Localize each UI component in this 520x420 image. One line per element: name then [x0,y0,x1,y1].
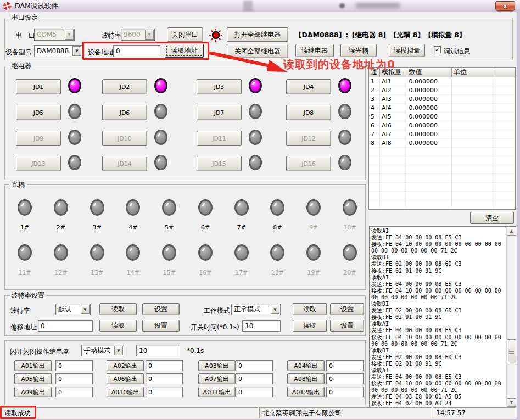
opto-led-20 [343,244,357,261]
relay-led-jd11 [249,130,262,145]
read-analog-button[interactable]: 读模拟量 [389,44,425,57]
output-button-a02[interactable]: A02输出 [107,360,144,371]
close-port-button[interactable]: 关闭串口 [167,27,203,42]
opto-group-label: 光耦 [9,180,27,189]
titlebar-artifact [243,1,253,12]
table-cell: 8 [369,139,380,148]
output-value-a011[interactable]: 0 [236,387,273,397]
analog-table[interactable]: 通 模拟量 数值 单位 1AI10.0000002AI20.0000003AI3… [368,67,516,210]
baud-read-button[interactable]: 读取 [99,303,137,315]
workmode-set-button[interactable]: 设置 [330,303,364,315]
output-value-a09[interactable]: 0 [55,387,93,397]
relay-button-jd5[interactable]: JD5 [16,105,61,120]
table-cell [494,174,515,183]
table-cell [494,77,515,86]
table-cell [452,139,494,148]
relay-button-jd7[interactable]: JD7 [197,105,242,120]
output-button-a06[interactable]: A06输出 [107,373,144,384]
table-row: 3AI30.000000 [369,95,515,104]
debug-info-checkbox[interactable]: ✓ [434,46,441,53]
table-cell [380,148,407,156]
output-button-a07[interactable]: A07输出 [198,373,236,384]
opto-cell: 7# [230,199,254,231]
opto-cell: 15# [157,244,181,276]
device-addr-input[interactable]: 0 [113,45,160,57]
baud-select[interactable]: 默认 ▼ [55,304,91,315]
output-button-a09[interactable]: A09输出 [14,387,52,397]
opto-label-15: 15# [163,269,175,276]
output-value-a012[interactable]: 0 [326,387,364,397]
offset-read-button[interactable]: 读取 [99,320,137,332]
table-row: 4AI40.000000 [369,104,515,113]
log-line: 接收:FE 02 01 00 91 9C [371,314,505,321]
read-opto-button[interactable]: 读光耦 [340,44,377,57]
table-cell [369,192,380,200]
relay-button-jd6[interactable]: JD6 [102,105,147,120]
switch-time-label: 开关时间(*0.1s) [191,323,239,332]
close-button[interactable]: x [495,1,515,11]
opto-label-1: 1# [20,224,29,231]
read-relay-button[interactable]: 读继电器 [295,44,334,57]
log-lines: 读取AI发送:FE 04 00 00 00 08 E5 C3接收:FE 04 1… [371,228,505,407]
comm-led-icon [209,29,222,42]
relay-button-jd3[interactable]: JD3 [197,79,242,94]
opto-led-10 [343,199,357,216]
output-button-a010[interactable]: A010输出 [107,387,144,397]
output-button-a05[interactable]: A05输出 [14,373,52,384]
offset-addr-input[interactable]: 0 [38,320,93,332]
output-button-a04[interactable]: A04输出 [287,360,325,371]
switch-time-input[interactable]: 10 [242,320,281,332]
opto-led-3 [90,199,104,216]
table-cell [452,95,494,104]
opto-cell: 20# [338,244,362,276]
scroll-up-icon[interactable]: ▲ [507,227,516,236]
switch-set-button[interactable]: 设置 [330,320,364,332]
output-value-a04[interactable]: 0 [326,360,364,371]
table-cell: 5 [369,113,380,121]
output-value-a03[interactable]: 0 [236,360,273,371]
log-box[interactable]: 读取AI发送:FE 04 00 00 00 08 E5 C3接收:FE 04 1… [369,226,516,407]
output-value-a02[interactable]: 0 [146,360,183,371]
output-value-a05[interactable]: 0 [55,373,93,384]
offset-set-button[interactable]: 设置 [142,320,180,332]
table-cell: 0.000000 [407,104,452,113]
relay-led-jd14 [154,155,167,170]
output-button-a08[interactable]: A08输出 [287,373,325,384]
relay-button-jd1[interactable]: JD1 [16,79,61,94]
relay-button-jd4[interactable]: JD4 [286,79,331,94]
read-addr-button[interactable]: 读取地址 [165,44,204,58]
baud-set-button[interactable]: 设置 [142,303,180,315]
output-button-a03[interactable]: A03输出 [198,360,236,371]
output-value-a01[interactable]: 0 [55,360,93,371]
output-button-a011[interactable]: A011输出 [198,387,236,397]
chevron-down-icon: ▼ [114,346,123,355]
scroll-thumb[interactable] [507,339,516,363]
workmode-read-button[interactable]: 读取 [293,303,327,315]
workmode-select[interactable]: 正常模式 ▼ [231,304,281,315]
titlebar[interactable]: DAM调试软件 x [0,0,520,12]
output-value-a010[interactable]: 0 [146,387,183,397]
clear-log-button[interactable]: 清空 [470,212,514,224]
log-scrollbar[interactable]: ▲ ▼ [506,227,516,407]
output-button-a012[interactable]: A012输出 [287,387,325,397]
relay-button-jd2[interactable]: JD2 [102,79,147,94]
output-value-a07[interactable]: 0 [236,373,273,384]
chevron-down-icon: ▼ [145,30,154,40]
switch-read-button[interactable]: 读取 [293,320,327,332]
device-model-select[interactable]: DAM0888 ▼ [34,45,82,57]
log-line: 发送:FE 04 00 00 00 08 E5 C3 [371,281,505,288]
open-all-relays-button[interactable]: 打开全部继电器 [227,27,288,42]
titlebar-artifact [339,3,345,8]
table-cell [369,183,380,192]
scroll-down-icon[interactable]: ▼ [507,398,516,407]
output-button-a01[interactable]: A01输出 [14,360,52,371]
output-value-a06[interactable]: 0 [146,373,183,384]
table-cell: AI1 [380,77,407,86]
output-value-a08[interactable]: 0 [326,373,364,384]
log-line: 00 00 00 00 00 00 00 71 2C [371,294,505,301]
log-line: 接收:FE 02 01 00 91 9C [371,268,505,275]
relay-button-jd8[interactable]: JD8 [286,105,331,120]
flash-mode-select[interactable]: 手动模式 ▼ [81,345,124,356]
flash-time-input[interactable]: 10 [136,345,180,356]
opto-led-1 [18,199,32,216]
